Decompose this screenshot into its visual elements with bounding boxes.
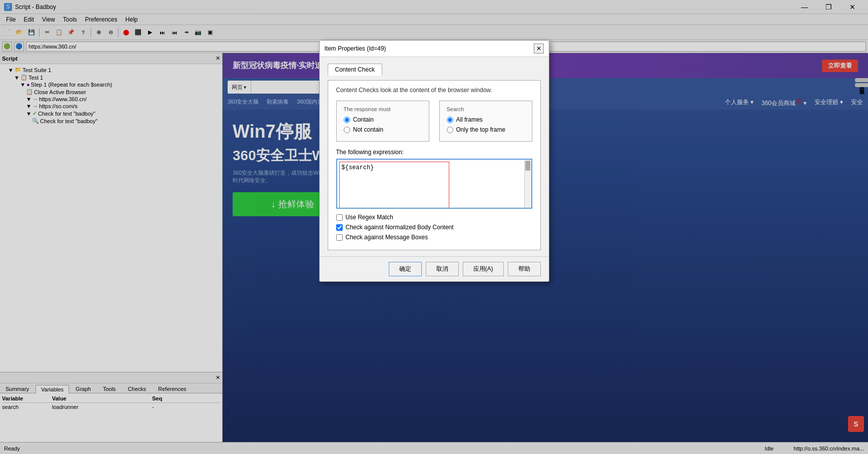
item-properties-dialog: Item Properties (Id=49) ✕ Content Check … bbox=[319, 40, 549, 282]
dialog-content: Content Checks look at the content of th… bbox=[328, 80, 541, 250]
expression-container: ${search} bbox=[336, 159, 532, 209]
dialog-overlay: Item Properties (Id=49) ✕ Content Check … bbox=[0, 0, 868, 454]
normalized-body-label: Check against Normalized Body Content bbox=[346, 224, 454, 231]
expression-right-panel bbox=[451, 160, 524, 208]
contain-radio-label[interactable]: Contain bbox=[344, 116, 422, 123]
not-contain-radio-label[interactable]: Not contain bbox=[344, 126, 422, 133]
checks-area: Use Regex Match Check against Normalized… bbox=[336, 214, 532, 241]
message-boxes-check-label[interactable]: Check against Message Boxes bbox=[336, 234, 532, 241]
response-must-box: The response must Contain Not contain bbox=[336, 101, 429, 142]
expression-left-panel: ${search} bbox=[339, 162, 449, 209]
apply-button[interactable]: 应用(A) bbox=[463, 262, 504, 276]
confirm-button[interactable]: 确定 bbox=[389, 262, 422, 276]
all-frames-radio-label[interactable]: All frames bbox=[447, 116, 525, 123]
expression-scrollbar[interactable] bbox=[524, 160, 531, 208]
expression-textarea[interactable]: ${search} bbox=[340, 162, 449, 209]
dialog-body: Content Check Content Checks look at the… bbox=[320, 57, 549, 256]
message-boxes-checkbox[interactable] bbox=[336, 234, 343, 241]
contain-radio[interactable] bbox=[344, 117, 350, 123]
normalized-body-check-label[interactable]: Check against Normalized Body Content bbox=[336, 224, 532, 231]
contain-label: Contain bbox=[353, 116, 374, 123]
not-contain-label: Not contain bbox=[353, 126, 384, 133]
top-frame-radio[interactable] bbox=[447, 127, 453, 133]
message-boxes-label: Check against Message Boxes bbox=[346, 234, 428, 241]
search-label: Search bbox=[447, 106, 525, 112]
top-frame-label: Only the top frame bbox=[456, 126, 506, 133]
all-frames-radio[interactable] bbox=[447, 117, 453, 123]
cancel-button[interactable]: 取消 bbox=[426, 262, 459, 276]
dialog-buttons: 确定 取消 应用(A) 帮助 bbox=[320, 256, 549, 281]
response-must-label: The response must bbox=[344, 106, 422, 112]
help-button[interactable]: 帮助 bbox=[508, 262, 541, 276]
scrollbar-thumb bbox=[525, 161, 530, 171]
dialog-tab-content-check[interactable]: Content Check bbox=[328, 64, 382, 76]
dialog-two-col: The response must Contain Not contain Se… bbox=[336, 101, 532, 142]
dialog-tab-row: Content Check bbox=[328, 63, 541, 75]
dialog-description: Content Checks look at the content of th… bbox=[336, 87, 532, 94]
dialog-close-button[interactable]: ✕ bbox=[534, 44, 544, 54]
dialog-title: Item Properties (Id=49) bbox=[325, 45, 386, 52]
regex-checkbox[interactable] bbox=[336, 214, 343, 221]
not-contain-radio[interactable] bbox=[344, 127, 350, 133]
normalized-body-checkbox[interactable] bbox=[336, 224, 343, 231]
dialog-title-bar: Item Properties (Id=49) ✕ bbox=[320, 41, 549, 57]
search-box-group: Search All frames Only the top frame bbox=[439, 101, 532, 142]
expression-label: The following expression: bbox=[336, 149, 532, 156]
top-frame-radio-label[interactable]: Only the top frame bbox=[447, 126, 525, 133]
regex-check-label[interactable]: Use Regex Match bbox=[336, 214, 532, 221]
all-frames-label: All frames bbox=[456, 116, 483, 123]
regex-label: Use Regex Match bbox=[346, 214, 393, 221]
